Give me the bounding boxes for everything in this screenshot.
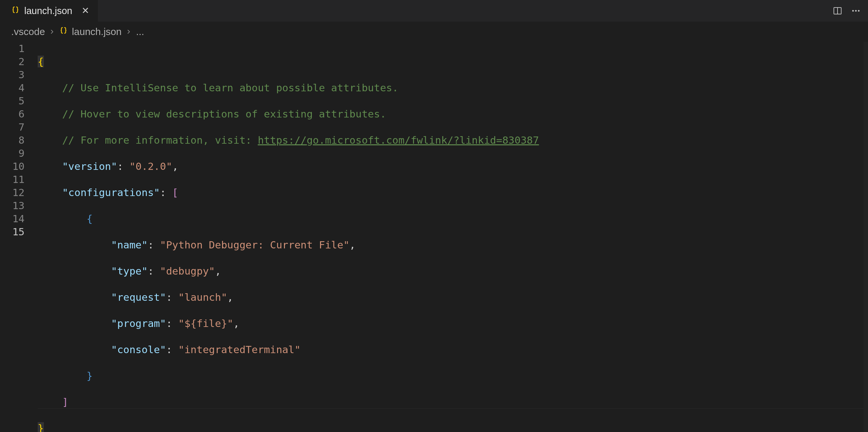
line-number: 11 [0, 173, 25, 186]
tab-launch-json[interactable]: launch.json ✕ [0, 0, 98, 22]
breadcrumb-file[interactable]: launch.json [72, 26, 122, 37]
line-number: 2 [0, 55, 25, 68]
breadcrumb-ellipsis[interactable]: ... [136, 26, 144, 37]
line-number: 1 [0, 42, 25, 55]
breadcrumb[interactable]: .vscode launch.json ... [0, 22, 868, 42]
code-editor[interactable]: 1 2 3 4 5 6 7 8 9 10 11 12 13 14 15 { //… [0, 42, 868, 432]
more-actions-icon[interactable] [851, 6, 861, 16]
line-number-gutter: 1 2 3 4 5 6 7 8 9 10 11 12 13 14 15 [0, 42, 38, 432]
close-icon[interactable]: ✕ [82, 6, 89, 15]
line-number: 7 [0, 121, 25, 134]
line-number: 13 [0, 199, 25, 212]
split-editor-icon[interactable] [833, 6, 842, 16]
code-line: "program": "${file}", [38, 317, 863, 330]
code-line: "name": "Python Debugger: Current File", [38, 238, 863, 251]
code-line: "type": "debugpy", [38, 264, 863, 277]
code-line: // For more information, visit: https://… [38, 134, 863, 146]
line-number: 8 [0, 134, 25, 146]
svg-point-4 [858, 10, 860, 12]
line-number: 12 [0, 186, 25, 199]
line-number: 10 [0, 160, 25, 173]
code-line: ] [38, 395, 863, 408]
line-number: 5 [0, 94, 25, 107]
line-number: 3 [0, 68, 25, 81]
code-line: "configurations": [ [38, 186, 863, 199]
code-area[interactable]: { // Use IntelliSense to learn about pos… [38, 42, 863, 432]
minimap[interactable] [863, 42, 868, 432]
code-line: "request": "launch", [38, 291, 863, 304]
chevron-right-icon [49, 26, 55, 37]
line-number: 14 [0, 212, 25, 225]
json-file-icon [11, 6, 20, 16]
code-line: } [38, 369, 863, 382]
line-number: 4 [0, 81, 25, 94]
code-line: // Hover to view descriptions of existin… [38, 107, 863, 121]
json-file-icon [59, 26, 68, 37]
tab-actions [833, 0, 861, 22]
line-number: 6 [0, 107, 25, 121]
line-number: 9 [0, 146, 25, 160]
code-line: { [38, 212, 863, 225]
doc-link[interactable]: https://go.microsoft.com/fwlink/?linkid=… [258, 134, 539, 146]
tab-bar: launch.json ✕ [0, 0, 868, 22]
svg-point-2 [852, 10, 854, 12]
code-line: { [38, 55, 863, 68]
line-number: 15 [0, 225, 25, 238]
code-line: } [38, 422, 863, 432]
code-line: "console": "integratedTerminal" [38, 343, 863, 356]
code-line: // Use IntelliSense to learn about possi… [38, 81, 863, 94]
breadcrumb-folder[interactable]: .vscode [11, 26, 45, 37]
code-line: "version": "0.2.0", [38, 160, 863, 173]
tab-label: launch.json [24, 6, 72, 16]
svg-point-3 [855, 10, 857, 12]
chevron-right-icon [125, 26, 132, 37]
